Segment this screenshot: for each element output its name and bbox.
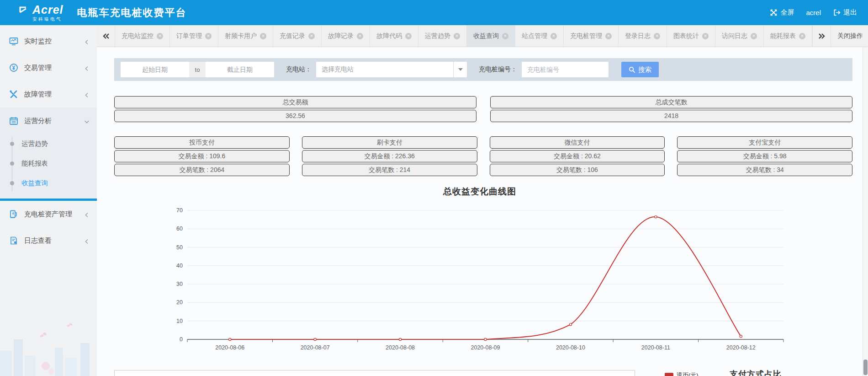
tab-close-icon[interactable]: × [799,33,805,39]
payment-count: 交易笔数 : 214 [302,164,477,176]
tab-label: 充值记录 [280,32,305,40]
sidebar-subitem[interactable]: 能耗报表 [0,154,97,173]
svg-text:0: 0 [180,336,183,343]
chevron-left-icon [84,38,90,44]
tab-close-icon[interactable]: × [157,33,163,39]
end-date-input[interactable] [206,62,274,77]
sidebar-submenu: 运营趋势能耗报表收益查询 [0,134,97,199]
scrollbar-thumb[interactable] [863,360,868,375]
tab-close-icon[interactable]: × [405,33,412,39]
fault-tools-icon [9,90,18,99]
svg-text:2020-08-09: 2020-08-09 [471,344,500,351]
svg-text:70: 70 [176,207,183,214]
sidebar-subitem-label: 收益查询 [21,179,48,188]
page-title: 电瓶车充电桩收费平台 [77,6,187,20]
tab-item[interactable]: 订单管理× [170,25,218,47]
payment-share-title: 支付方式占比 [730,369,782,376]
tab-label: 运营趋势 [425,32,450,40]
station-select[interactable]: 选择充电站 [316,62,467,77]
tab-label: 故障记录 [328,32,354,40]
total-amount-value: 362.56 [114,110,476,122]
tab-item[interactable]: 能耗报表× [764,25,812,47]
payment-amount: 交易金额 : 226.36 [302,150,477,162]
tab-label: 能耗报表 [770,32,796,40]
tab-close-icon[interactable]: × [357,33,363,39]
sidebar-item[interactable]: 实时监控 [0,28,97,54]
tabs-scroll-right-button[interactable] [812,25,831,47]
chevron-left-icon [84,211,90,217]
chevron-left-icon [84,65,90,70]
sidebar-item[interactable]: 交易管理 [0,54,97,81]
tab-item[interactable]: 故障记录× [322,25,370,47]
pie-legend-item[interactable]: 退币(元) [665,371,699,376]
sidebar-item[interactable]: 日志查看 [0,227,97,254]
tab-close-icon[interactable]: × [654,33,660,39]
tab-close-icon[interactable]: × [308,33,315,39]
search-button-label: 搜索 [638,65,651,74]
monitor-icon [9,37,18,46]
calendar-analysis-icon [9,116,18,125]
revenue-line-chart: 0102030405060702020-08-062020-08-072020-… [97,202,863,355]
tab-item[interactable]: 充电站监控× [115,25,170,47]
tab-item[interactable]: 故障代码× [370,25,418,47]
chevron-down-icon [84,118,90,124]
tab-close-icon[interactable]: × [550,33,557,39]
close-operations-button[interactable]: 关闭操作 [831,25,868,47]
bullet-icon [10,142,14,146]
search-button[interactable]: 搜索 [621,62,659,77]
tab-item[interactable]: 射频卡用户× [218,25,273,47]
svg-text:2020-08-06: 2020-08-06 [215,344,244,351]
legend-label: 退币(元) [677,371,699,376]
caret-down-icon [458,68,463,71]
sidebar-subitem-label: 能耗报表 [21,159,48,168]
tab-close-icon[interactable]: × [205,33,212,39]
tab-close-icon[interactable]: × [605,33,612,39]
tab-item[interactable]: 运营趋势× [418,25,467,47]
top-header: Acrel 安科瑞电气 电瓶车充电桩收费平台 全屏 acrel [0,0,868,25]
tab-close-icon[interactable]: × [702,33,709,39]
payment-cards-row: 投币支付交易金额 : 109.6交易笔数 : 2064刷卡支付交易金额 : 22… [114,136,852,176]
username[interactable]: acrel [802,7,825,18]
sidebar-subitem[interactable]: 收益查询 [0,173,97,193]
tab-item[interactable]: 图表统计× [667,25,715,47]
tab-close-icon[interactable]: × [260,33,266,39]
sidebar-item[interactable]: 运营分析 [0,107,97,134]
payment-amount: 交易金额 : 20.62 [490,150,665,162]
payment-count: 交易笔数 : 34 [677,164,852,176]
vertical-scrollbar[interactable] [863,47,868,376]
bullet-icon [10,161,14,166]
sidebar: 实时监控交易管理故障管理运营分析运营趋势能耗报表收益查询充电桩资产管理日志查看 [0,25,97,376]
tab-item[interactable]: 访问日志× [715,25,764,47]
start-date-input[interactable] [121,62,189,77]
tabs-scroll-left-button[interactable] [97,25,115,47]
sidebar-item[interactable]: 故障管理 [0,81,97,107]
logout-button[interactable]: 退出 [829,6,861,19]
payment-summary-card: 刷卡支付交易金额 : 226.36交易笔数 : 214 [302,136,477,176]
tab-close-icon[interactable]: × [502,33,508,39]
total-count-card: 总成交笔数 2418 [490,96,852,122]
tab-item[interactable]: 站点管理× [515,25,564,47]
double-chevron-left-icon [102,33,110,39]
fullscreen-button[interactable]: 全屏 [766,6,798,19]
svg-text:2020-08-11: 2020-08-11 [641,344,670,351]
pile-number-input[interactable] [522,62,609,77]
tab-item[interactable]: 收益查询× [467,25,515,47]
tab-item[interactable]: 登录日志× [619,25,667,47]
svg-text:2020-08-10: 2020-08-10 [556,344,585,351]
total-count-value: 2418 [490,110,852,122]
tab-close-icon[interactable]: × [454,33,460,39]
log-icon [9,236,18,245]
sidebar-subitem[interactable]: 运营趋势 [0,134,97,154]
sidebar-item[interactable]: 充电桩资产管理 [0,201,97,227]
tab-item[interactable]: 充值记录× [273,25,322,47]
chevron-left-icon [84,238,90,243]
tab-label: 访问日志 [722,32,747,40]
sidebar-expanded-group: 运营分析运营趋势能耗报表收益查询 [0,107,97,199]
select-caret-button[interactable] [453,62,467,77]
logout-label: 退出 [843,8,857,17]
revenue-chart-area: 0102030405060702020-08-062020-08-072020-… [97,202,863,355]
svg-text:50: 50 [176,244,183,251]
tab-close-icon[interactable]: × [751,33,757,39]
tab-item[interactable]: 充电桩管理× [564,25,619,47]
tab-label: 充电桩管理 [570,32,602,40]
